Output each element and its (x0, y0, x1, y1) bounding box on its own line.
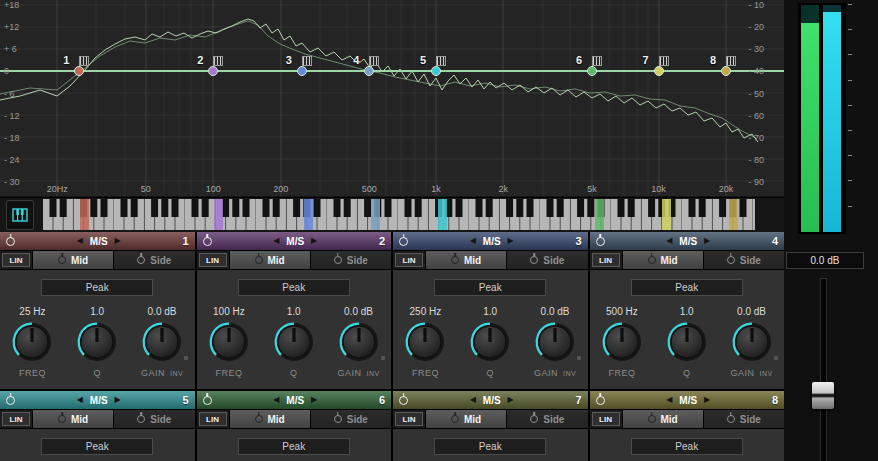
side-tab[interactable]: Side (506, 251, 587, 269)
ms-mode-button[interactable]: M/S (90, 395, 108, 406)
band-dot[interactable] (721, 66, 731, 76)
q-knob[interactable] (272, 320, 316, 364)
q-knob[interactable] (468, 320, 512, 364)
filter-type-select[interactable]: Peak (434, 438, 546, 455)
eq-curve-display[interactable]: +18+12+ 60- 6- 12- 18- 24- 30 - 10- 20- … (0, 0, 784, 196)
filter-type-select[interactable]: Peak (631, 438, 743, 455)
invert-led[interactable] (381, 356, 385, 360)
band-keyboard-chip-icon[interactable] (726, 56, 736, 66)
prev-channel-arrow-icon[interactable]: ◀ (666, 396, 672, 404)
ms-mode-button[interactable]: M/S (679, 236, 697, 247)
band-power-button[interactable] (203, 396, 212, 405)
gain-knob[interactable] (337, 320, 381, 364)
piano-keyboard[interactable] (43, 199, 755, 230)
filter-type-select[interactable]: Peak (434, 279, 546, 296)
band-keyboard-chip-icon[interactable] (213, 56, 223, 66)
ms-mode-button[interactable]: M/S (90, 236, 108, 247)
band-keyboard-chip-icon[interactable] (592, 56, 602, 66)
side-power-icon[interactable] (137, 415, 145, 423)
output-level-readout[interactable]: 0.0 dB (786, 252, 864, 269)
q-value[interactable]: 1.0 (65, 306, 130, 317)
mid-tab[interactable]: Mid (229, 410, 310, 428)
prev-channel-arrow-icon[interactable]: ◀ (470, 237, 476, 245)
side-power-icon[interactable] (530, 415, 538, 423)
filter-type-select[interactable]: Peak (41, 438, 153, 455)
linear-phase-button[interactable]: LIN (199, 253, 227, 267)
side-power-icon[interactable] (137, 256, 145, 264)
invert-led[interactable] (774, 356, 778, 360)
linear-phase-button[interactable]: LIN (2, 253, 30, 267)
freq-value[interactable]: 100 Hz (197, 306, 262, 317)
ms-mode-button[interactable]: M/S (286, 395, 304, 406)
side-tab[interactable]: Side (703, 251, 784, 269)
fader-handle[interactable] (812, 382, 834, 409)
side-power-icon[interactable] (334, 256, 342, 264)
next-channel-arrow-icon[interactable]: ▶ (704, 396, 710, 404)
freq-knob[interactable] (207, 320, 251, 364)
freq-value[interactable]: 250 Hz (393, 306, 458, 317)
linear-phase-button[interactable]: LIN (2, 412, 30, 426)
band-power-button[interactable] (6, 396, 15, 405)
gain-knob[interactable] (533, 320, 577, 364)
side-power-icon[interactable] (334, 415, 342, 423)
band-power-button[interactable] (6, 237, 15, 246)
band-power-button[interactable] (596, 237, 605, 246)
side-power-icon[interactable] (727, 415, 735, 423)
mid-tab[interactable]: Mid (622, 251, 703, 269)
freq-value[interactable]: 500 Hz (590, 306, 655, 317)
band-power-button[interactable] (399, 396, 408, 405)
invert-button[interactable]: INV (170, 370, 183, 377)
gain-knob[interactable] (140, 320, 184, 364)
invert-button[interactable]: INV (563, 370, 576, 377)
side-power-icon[interactable] (530, 256, 538, 264)
mid-power-icon[interactable] (58, 415, 66, 423)
prev-channel-arrow-icon[interactable]: ◀ (666, 237, 672, 245)
band-dot[interactable] (654, 66, 664, 76)
mid-tab[interactable]: Mid (32, 251, 113, 269)
linear-phase-button[interactable]: LIN (592, 412, 620, 426)
band-keyboard-chip-icon[interactable] (659, 56, 669, 66)
band-power-button[interactable] (399, 237, 408, 246)
invert-led[interactable] (184, 356, 188, 360)
band-dot[interactable] (587, 66, 597, 76)
next-channel-arrow-icon[interactable]: ▶ (704, 237, 710, 245)
prev-channel-arrow-icon[interactable]: ◀ (470, 396, 476, 404)
linear-phase-button[interactable]: LIN (592, 253, 620, 267)
filter-type-select[interactable]: Peak (631, 279, 743, 296)
linear-phase-button[interactable]: LIN (395, 412, 423, 426)
mid-power-icon[interactable] (648, 256, 656, 264)
mid-power-icon[interactable] (255, 256, 263, 264)
gain-knob[interactable] (730, 320, 774, 364)
freq-value[interactable]: 25 Hz (0, 306, 65, 317)
mid-tab[interactable]: Mid (32, 410, 113, 428)
invert-led[interactable] (577, 356, 581, 360)
prev-channel-arrow-icon[interactable]: ◀ (77, 237, 83, 245)
prev-channel-arrow-icon[interactable]: ◀ (273, 396, 279, 404)
freq-knob[interactable] (600, 320, 644, 364)
next-channel-arrow-icon[interactable]: ▶ (311, 396, 317, 404)
freq-knob[interactable] (10, 320, 54, 364)
mid-tab[interactable]: Mid (229, 251, 310, 269)
q-value[interactable]: 1.0 (458, 306, 523, 317)
linear-phase-button[interactable]: LIN (199, 412, 227, 426)
side-tab[interactable]: Side (310, 251, 391, 269)
mid-tab[interactable]: Mid (425, 410, 506, 428)
mid-power-icon[interactable] (451, 415, 459, 423)
invert-button[interactable]: INV (760, 370, 773, 377)
output-fader[interactable] (784, 278, 878, 461)
next-channel-arrow-icon[interactable]: ▶ (311, 237, 317, 245)
prev-channel-arrow-icon[interactable]: ◀ (77, 396, 83, 404)
band-dot[interactable] (431, 66, 441, 76)
ms-mode-button[interactable]: M/S (679, 395, 697, 406)
side-power-icon[interactable] (727, 256, 735, 264)
freq-knob[interactable] (403, 320, 447, 364)
side-tab[interactable]: Side (506, 410, 587, 428)
q-value[interactable]: 1.0 (654, 306, 719, 317)
mid-power-icon[interactable] (255, 415, 263, 423)
side-tab[interactable]: Side (703, 410, 784, 428)
keyboard-toggle-button[interactable] (6, 200, 34, 230)
gain-value[interactable]: 0.0 dB (130, 306, 195, 317)
fader-track[interactable] (820, 278, 827, 461)
q-value[interactable]: 1.0 (261, 306, 326, 317)
band-dot[interactable] (297, 66, 307, 76)
